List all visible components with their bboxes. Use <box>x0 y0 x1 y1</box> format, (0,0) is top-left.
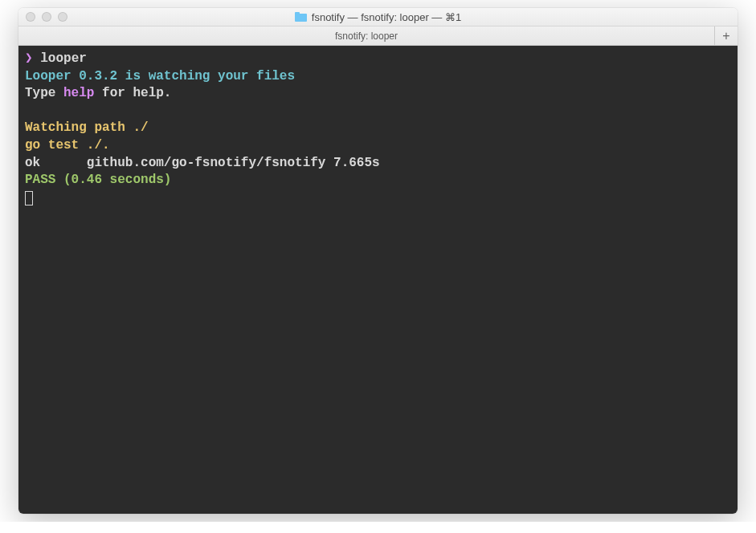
pass-line: PASS (0.46 seconds) <box>25 172 731 189</box>
tab-fsnotify-looper[interactable]: fsnotify: looper <box>18 26 715 45</box>
zoom-icon[interactable] <box>58 12 67 22</box>
ok-line: ok github.com/go-fsnotify/fsnotify 7.665… <box>25 155 731 173</box>
help-line: Type help for help. <box>25 85 731 103</box>
minimize-icon[interactable] <box>42 12 51 22</box>
new-tab-button[interactable]: + <box>715 26 738 45</box>
cursor-line <box>25 189 731 208</box>
banner-line: Looper 0.3.2 is watching your files <box>25 68 731 86</box>
cursor-icon <box>25 191 33 205</box>
help-post: for help. <box>94 86 171 100</box>
blank-line <box>25 103 731 120</box>
terminal-body[interactable]: ❯ looperLooper 0.3.2 is watching your fi… <box>18 46 738 514</box>
gotest-line: go test ./. <box>25 137 731 155</box>
terminal-window: fsnotify — fsnotify: looper — ⌘1 fsnotif… <box>18 8 738 514</box>
help-pre: Type <box>25 86 63 100</box>
prompt-line: ❯ looper <box>25 51 731 68</box>
prompt-symbol: ❯ <box>25 51 33 66</box>
window-title-text: fsnotify — fsnotify: looper — ⌘1 <box>312 11 461 23</box>
plus-icon: + <box>722 29 729 43</box>
window-title: fsnotify — fsnotify: looper — ⌘1 <box>18 11 738 23</box>
command-text: looper <box>40 51 87 66</box>
tabbar: fsnotify: looper + <box>18 26 738 46</box>
watching-line: Watching path ./ <box>25 120 731 137</box>
tab-label: fsnotify: looper <box>335 31 398 42</box>
help-keyword: help <box>63 86 94 100</box>
close-icon[interactable] <box>26 12 35 22</box>
titlebar: fsnotify — fsnotify: looper — ⌘1 <box>18 8 738 26</box>
folder-icon <box>295 12 307 22</box>
traffic-lights <box>18 12 67 22</box>
